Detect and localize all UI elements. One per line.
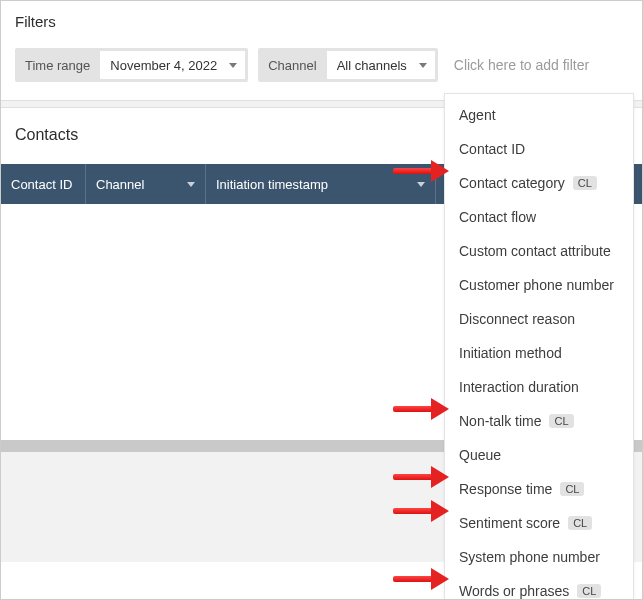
column-channel-label: Channel bbox=[96, 177, 144, 192]
cl-badge: CL bbox=[560, 482, 584, 496]
filter-option[interactable]: Custom contact attribute bbox=[445, 234, 633, 268]
filters-panel: Filters Time range November 4, 2022 Chan… bbox=[1, 1, 642, 100]
filter-option[interactable]: Non-talk timeCL bbox=[445, 404, 633, 438]
filter-option-label: Contact flow bbox=[459, 209, 536, 225]
filter-option-label: Initiation method bbox=[459, 345, 562, 361]
filter-option-label: Contact ID bbox=[459, 141, 525, 157]
add-filter-trigger[interactable]: Click here to add filter bbox=[448, 57, 589, 73]
filter-option-label: Customer phone number bbox=[459, 277, 614, 293]
filter-option[interactable]: Contact categoryCL bbox=[445, 166, 633, 200]
column-channel[interactable]: Channel bbox=[86, 164, 206, 204]
filter-channel[interactable]: Channel All channels bbox=[258, 48, 438, 82]
filter-option-label: Sentiment score bbox=[459, 515, 560, 531]
filter-option[interactable]: Contact ID bbox=[445, 132, 633, 166]
filter-channel-value-text: All channels bbox=[337, 58, 407, 73]
filter-channel-value[interactable]: All channels bbox=[327, 51, 435, 79]
filter-time-range[interactable]: Time range November 4, 2022 bbox=[15, 48, 248, 82]
cl-badge: CL bbox=[549, 414, 573, 428]
filter-option-label: Agent bbox=[459, 107, 496, 123]
add-filter-dropdown: AgentContact IDContact categoryCLContact… bbox=[444, 93, 634, 600]
filter-option[interactable]: Response timeCL bbox=[445, 472, 633, 506]
callout-arrow-icon bbox=[393, 570, 449, 588]
filter-option[interactable]: Words or phrasesCL bbox=[445, 574, 633, 600]
filter-option[interactable]: Agent bbox=[445, 98, 633, 132]
filter-option-label: Custom contact attribute bbox=[459, 243, 611, 259]
column-initiation-label: Initiation timestamp bbox=[216, 177, 328, 192]
filter-option[interactable]: Initiation method bbox=[445, 336, 633, 370]
filter-option[interactable]: Sentiment scoreCL bbox=[445, 506, 633, 540]
filter-option[interactable]: Customer phone number bbox=[445, 268, 633, 302]
chevron-down-icon bbox=[417, 182, 425, 187]
chevron-down-icon bbox=[419, 63, 427, 68]
filter-row: Time range November 4, 2022 Channel All … bbox=[15, 48, 628, 82]
filter-option-label: Words or phrases bbox=[459, 583, 569, 599]
filter-option[interactable]: Interaction duration bbox=[445, 370, 633, 404]
filter-option[interactable]: Disconnect reason bbox=[445, 302, 633, 336]
filter-option-label: Interaction duration bbox=[459, 379, 579, 395]
filter-option-label: Contact category bbox=[459, 175, 565, 191]
filter-option[interactable]: Contact flow bbox=[445, 200, 633, 234]
filter-option[interactable]: System phone number bbox=[445, 540, 633, 574]
column-contact-id[interactable]: Contact ID bbox=[1, 164, 86, 204]
filters-title: Filters bbox=[15, 13, 628, 30]
chevron-down-icon bbox=[187, 182, 195, 187]
filter-option-label: Non-talk time bbox=[459, 413, 541, 429]
cl-badge: CL bbox=[573, 176, 597, 190]
cl-badge: CL bbox=[568, 516, 592, 530]
chevron-down-icon bbox=[229, 63, 237, 68]
column-initiation-timestamp[interactable]: Initiation timestamp bbox=[206, 164, 436, 204]
filter-option-label: Response time bbox=[459, 481, 552, 497]
cl-badge: CL bbox=[577, 584, 601, 598]
filter-time-range-value-text: November 4, 2022 bbox=[110, 58, 217, 73]
filter-option[interactable]: Queue bbox=[445, 438, 633, 472]
filter-time-range-label: Time range bbox=[15, 48, 100, 82]
filter-time-range-value[interactable]: November 4, 2022 bbox=[100, 51, 245, 79]
column-contact-id-label: Contact ID bbox=[11, 177, 72, 192]
filter-option-label: Queue bbox=[459, 447, 501, 463]
filter-option-label: System phone number bbox=[459, 549, 600, 565]
filter-channel-label: Channel bbox=[258, 48, 326, 82]
filter-option-label: Disconnect reason bbox=[459, 311, 575, 327]
